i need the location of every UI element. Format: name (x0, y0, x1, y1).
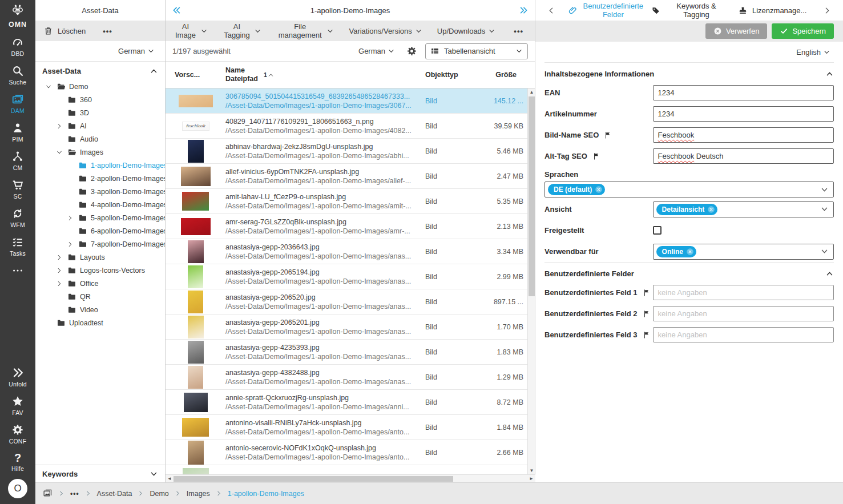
collapse-left-button[interactable] (172, 6, 181, 15)
vertical-scrollbar[interactable]: ▲ ▼ (527, 88, 535, 474)
rail-item-suche[interactable]: Suche (9, 64, 27, 86)
tree-item-office[interactable]: Office (35, 277, 165, 290)
asset-row[interactable]: anastasiya-gepp-206520.jpg/Asset-Data/De… (166, 289, 535, 315)
column-groesse[interactable]: Größe (491, 71, 528, 79)
tree-item-ai[interactable]: AI (35, 119, 165, 132)
chevron-down-icon[interactable] (55, 149, 63, 156)
chevron-right-icon[interactable] (66, 215, 74, 221)
asset-row[interactable]: abhinav-bhardwaj-2ekzJ8smDgU-unsplash.jp… (166, 139, 535, 164)
list-settings-gear-button[interactable] (406, 46, 417, 57)
rail-item-omn[interactable]: OMN (9, 4, 27, 29)
asset-row[interactable]: antonio-secerovic-NOFdK1xOqkQ-unsplash.j… (166, 440, 535, 465)
menu-variations-versions[interactable]: Variations/Versions (349, 27, 422, 35)
chevron-right-icon[interactable] (55, 123, 63, 130)
menu-file-management[interactable]: File management (276, 22, 334, 39)
asset-row[interactable]: annie-spratt-QckxruozjRg-unsplash.jpg/As… (166, 390, 535, 415)
chip-remove-icon[interactable] (686, 248, 694, 256)
expand-right-button[interactable] (519, 6, 528, 15)
verwerfen-button[interactable]: Verwerfen (705, 23, 768, 39)
breadcrumb-item-demo[interactable]: Demo (150, 490, 168, 498)
language-flag-icon[interactable] (592, 152, 600, 160)
chip-remove-icon[interactable] (707, 205, 715, 213)
asset-row[interactable]: anastasiya-gepp-4382488.jpg/Asset-Data/D… (166, 365, 535, 390)
tab-lizenzmanage[interactable]: Lizenzmanage... (731, 5, 814, 16)
asset-row[interactable]: 306785094_501504415316549_68392654865284… (166, 88, 535, 114)
verwendbar-f-r-select[interactable]: Online (653, 244, 834, 260)
column-preview[interactable]: Vorsc... (166, 71, 225, 79)
rail-item-hilfe[interactable]: ?Hilfe (11, 452, 24, 472)
tree-item-video[interactable]: Video (35, 303, 165, 316)
rail-item-cm[interactable]: CM (11, 150, 24, 171)
column-name[interactable]: Name Dateipfad 1 (225, 66, 420, 83)
alt-tag-seo-input[interactable]: Feschbook Deutsch (653, 148, 834, 164)
speichern-button[interactable]: Speichern (772, 23, 834, 39)
scroll-down-arrow[interactable]: ▼ (528, 467, 535, 474)
tree-item-360[interactable]: 360 (35, 93, 165, 106)
rail-item-tasks[interactable]: Tasks (10, 236, 26, 257)
tree-item-demo[interactable]: Demo (35, 80, 165, 93)
tab-benutzerdefinierte-felder[interactable]: Benutzerdefinierte Felder (564, 1, 648, 19)
breadcrumb-item-asset-data[interactable]: Asset-Data (97, 490, 132, 498)
tree-item-2-apollon-demo-images-pa[interactable]: 2-apollon-Demo-Images-Pa (35, 172, 165, 185)
asset-row[interactable]: allef-vinicius-6ypOmTNK2FA-unsplash.jpg/… (166, 164, 535, 189)
details-language-select[interactable]: English (793, 47, 834, 57)
chevron-down-icon[interactable] (45, 83, 53, 90)
tree-item-audio[interactable]: Audio (35, 132, 165, 146)
rail-item-unfold[interactable]: Unfold (9, 366, 27, 388)
asset-row[interactable]: anastasiya-gepp-2065201.jpg/Asset-Data/D… (166, 315, 535, 340)
chevron-up-icon[interactable] (150, 67, 158, 75)
breadcrumb-item-images[interactable]: Images (187, 490, 210, 498)
asset-row[interactable]: anastasiya-gepp-2036643.jpg/Asset-Data/D… (166, 239, 535, 264)
chevron-right-icon[interactable] (55, 267, 63, 274)
chevron-up-icon[interactable] (825, 70, 834, 78)
section-header-benutzerdefinierte-felder[interactable]: Benutzerdefinierte Felder (544, 265, 834, 282)
menu-up-downloads[interactable]: Up/Downloads (437, 27, 496, 35)
tree-item-uploadtest[interactable]: Uploadtest (35, 316, 165, 329)
user-avatar[interactable]: O (8, 479, 27, 498)
tabs-scroll-left-button[interactable] (543, 6, 559, 15)
bild-name-seo-input[interactable]: Feschbook (653, 127, 834, 143)
asset-row[interactable]: amit-lahav-LU_fCezP9-o-unsplash.jpg/Asse… (166, 189, 535, 214)
sprachen-select[interactable]: DE (default) (544, 182, 834, 197)
tree-item-layouts[interactable]: Layouts (35, 251, 165, 264)
chevron-up-icon[interactable] (825, 269, 834, 278)
freigestellt-checkbox[interactable] (653, 226, 662, 235)
view-mode-select[interactable]: Tabellenansicht (425, 43, 528, 59)
folder-more-button[interactable]: ••• (99, 26, 116, 36)
benutzerdefiniertes-feld-3-input[interactable]: keine Angaben (653, 327, 834, 342)
tree-item-3-apollon-demo-images-ps[interactable]: 3-apollon-Demo-Images-PS (35, 185, 165, 198)
tree-item-6-apollon-demo-images-ve[interactable]: 6-apollon-Demo-Images-Ve (35, 224, 165, 237)
sort-indicator[interactable]: 1 (264, 71, 274, 78)
breadcrumb-item-1-apollon-demo-images[interactable]: 1-apollon-Demo-Images (228, 490, 304, 498)
vertical-scrollbar-thumb[interactable] (529, 96, 535, 296)
tree-root-header[interactable]: Asset-Data (35, 62, 165, 80)
benutzerdefiniertes-feld-2-input[interactable]: keine Angaben (653, 306, 834, 321)
scroll-left-arrow[interactable]: ◄ (166, 475, 174, 483)
rail-item-fav[interactable]: FAV (11, 395, 24, 416)
horizontal-scrollbar-thumb[interactable] (174, 476, 453, 482)
tree-item-5-apollon-demo-images-va[interactable]: 5-apollon-Demo-Images-Va (35, 211, 165, 224)
breadcrumb-home-icon[interactable] (43, 489, 53, 498)
language-flag-icon[interactable] (643, 289, 651, 297)
menu-ai-tagging[interactable]: AI Tagging (223, 22, 261, 39)
tree-item-4-apollon-demo-images-lic[interactable]: 4-apollon-Demo-Images-Lic (35, 198, 165, 211)
language-flag-icon[interactable] (643, 331, 651, 339)
chevron-right-icon[interactable] (55, 280, 63, 287)
rail-item-sc[interactable]: SC (11, 179, 24, 200)
tab-keywords-tagging[interactable]: Keywords & Tagging (648, 1, 731, 19)
keywords-section-header[interactable]: Keywords (35, 465, 165, 482)
rail-item-dbd[interactable]: DBD (11, 36, 25, 57)
language-flag-icon[interactable] (643, 310, 651, 318)
rail-item-pim[interactable]: PIM (11, 122, 24, 143)
breadcrumb-overflow-button[interactable]: ••• (70, 490, 79, 498)
ansicht-select[interactable]: Detailansicht (653, 201, 834, 217)
asset-row[interactable]: anastasiya-gepp-2065194.jpg/Asset-Data/D… (166, 264, 535, 289)
tree-item-images[interactable]: Images (35, 146, 165, 159)
rail-item-conf[interactable]: CONF (9, 424, 27, 445)
rail-item-dam[interactable]: DAM (11, 93, 25, 114)
asset-row[interactable]: anastasiya-gepp-4235393.jpg/Asset-Data/D… (166, 340, 535, 365)
tree-item-3d[interactable]: 3D (35, 106, 165, 119)
artikelnummer-input[interactable]: 1234 (653, 106, 834, 122)
asset-row[interactable]: antonino-visalli-RNiBLy7aHck-unsplash.jp… (166, 415, 535, 440)
chip-remove-icon[interactable] (595, 186, 603, 193)
